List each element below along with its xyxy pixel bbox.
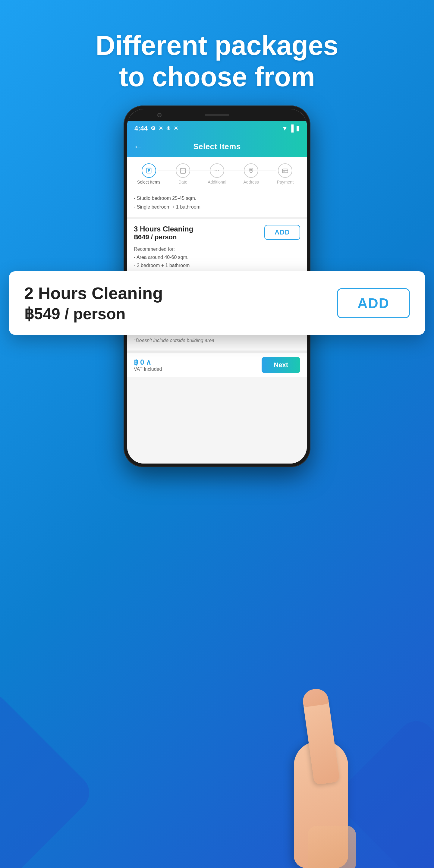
phone-speaker	[205, 114, 229, 116]
header-line2: to choose from	[82, 61, 352, 93]
hand-secondary	[308, 826, 356, 868]
phone-notch	[127, 109, 307, 121]
bottom-bar: ฿ 0 ∧ VAT Included Next	[127, 352, 307, 377]
price-symbol: ฿	[134, 358, 138, 367]
app-title: Select Items	[193, 142, 241, 151]
step-label-additional: Additional	[208, 180, 226, 184]
battery-icon: ▮	[296, 124, 300, 132]
status-bar: 4:44 ⚙ ✳ ✳ ✳ ▾ ▐ ▮	[127, 121, 307, 135]
status-right: ▾ ▐ ▮	[283, 124, 300, 132]
step-date[interactable]: Date	[166, 163, 200, 184]
signal-icon: ▐	[289, 124, 293, 132]
phone-camera	[157, 113, 161, 117]
popup-price: ฿549 / person	[24, 305, 163, 323]
step-label-payment: Payment	[277, 180, 293, 184]
partial-line-2: - Single bedroom + 1 bathroom	[134, 203, 300, 212]
package-3hr-recommend-title: Recommended for:	[134, 247, 300, 252]
step-label-date: Date	[179, 180, 187, 184]
status-left: 4:44 ⚙ ✳ ✳ ✳	[134, 124, 178, 132]
snowflake-icon-1: ✳	[158, 125, 163, 132]
bottom-price: ฿ 0 ∧	[134, 358, 162, 367]
svg-point-8	[250, 169, 252, 170]
popup-add-button[interactable]: ADD	[337, 288, 410, 318]
package-3hr-name: 3 Hours Cleaning ฿649 / person	[134, 225, 193, 244]
partial-lines: - Studio bedroom 25-45 sqm. - Single bed…	[134, 194, 300, 212]
bottom-price-area: ฿ 0 ∧ VAT Included	[134, 358, 162, 372]
status-time: 4:44	[134, 124, 148, 132]
back-button[interactable]: ←	[133, 141, 143, 152]
step-label-select-items: Select Items	[137, 180, 160, 184]
step-label-address: Address	[244, 180, 259, 184]
step-payment[interactable]: Payment	[268, 163, 302, 184]
step-address[interactable]: Address	[234, 163, 268, 184]
bg-shape-1	[0, 686, 97, 868]
package-3hr-header: 3 Hours Cleaning ฿649 / person ADD	[134, 225, 300, 244]
popup-card: 2 Hours Cleaning ฿549 / person ADD	[9, 271, 425, 335]
step-circle-select-items	[142, 163, 156, 178]
finger-tip	[301, 687, 329, 707]
popup-title: 2 Hours Cleaning	[24, 283, 163, 303]
hand-overlay	[268, 657, 374, 868]
package-3hr-line2: - 2 bedroom + 1 bathroom	[134, 261, 300, 270]
package-4hr-line4: *Doesn't include outside building area	[134, 336, 300, 344]
wifi-icon: ▾	[283, 124, 286, 132]
page-header: Different packages to choose from	[82, 30, 352, 93]
package-3hr-card: 3 Hours Cleaning ฿649 / person ADD Recom…	[127, 219, 307, 277]
header-line1: Different packages	[82, 30, 352, 61]
gear-icon: ⚙	[151, 125, 156, 132]
package-3hr-line1: - Area around 40-60 sqm.	[134, 253, 300, 261]
step-select-items[interactable]: Select Items	[132, 163, 166, 184]
steps-bar: Select Items Date ···	[127, 157, 307, 189]
snowflake-icon-3: ✳	[174, 125, 178, 132]
package-2hr-partial: - Studio bedroom 25-45 sqm. - Single bed…	[127, 189, 307, 219]
package-3hr-recommend: - Area around 40-60 sqm. - 2 bedroom + 1…	[134, 253, 300, 270]
vat-text: VAT Included	[134, 367, 162, 372]
popup-text: 2 Hours Cleaning ฿549 / person	[24, 283, 163, 323]
add-3hr-button[interactable]: ADD	[264, 225, 300, 240]
partial-line-1: - Studio bedroom 25-45 sqm.	[134, 194, 300, 203]
step-circle-payment	[278, 163, 292, 178]
app-header: ← Select Items	[127, 135, 307, 157]
chevron-up-icon[interactable]: ∧	[146, 358, 151, 367]
svg-rect-9	[282, 169, 288, 173]
step-additional[interactable]: ··· Additional	[200, 163, 234, 184]
snowflake-icon-2: ✳	[166, 125, 170, 132]
price-value: 0	[140, 358, 144, 367]
steps-line	[158, 170, 276, 171]
next-button[interactable]: Next	[261, 357, 300, 373]
